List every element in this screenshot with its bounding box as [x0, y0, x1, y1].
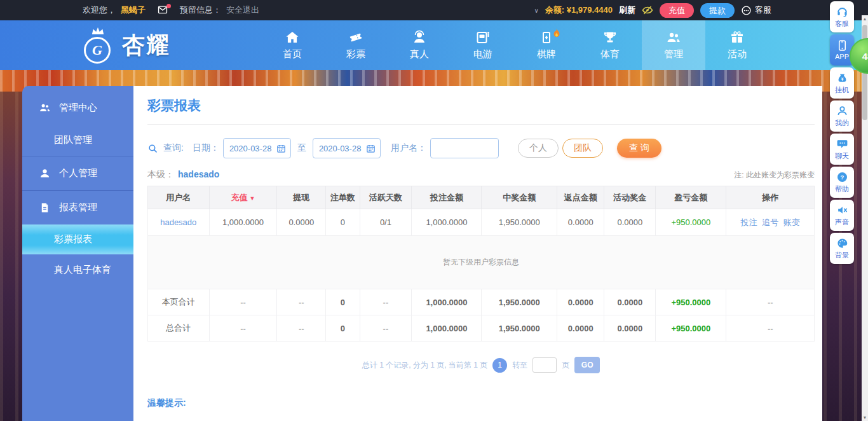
nav-item-management[interactable]: 管理 [642, 20, 705, 70]
svg-text:¥: ¥ [841, 76, 843, 81]
row-profit: +950.0000 [656, 209, 726, 236]
account-change-note: 注: 此处账变为彩票账变 [734, 170, 815, 181]
calendar-icon[interactable] [366, 144, 376, 153]
rail-sound-button[interactable]: 声音 [830, 200, 854, 231]
date-from-field[interactable] [223, 138, 291, 158]
calendar-icon[interactable] [276, 144, 286, 153]
date-to-input[interactable] [319, 144, 365, 153]
row-bet-count: 0 [326, 209, 360, 236]
col-profit: 盈亏金额 [656, 186, 726, 209]
page-title: 彩票报表 [147, 97, 815, 114]
nav-item-live[interactable]: 真人 [388, 20, 451, 70]
nav-item-home[interactable]: 首页 [261, 20, 324, 70]
refresh-link[interactable]: 刷新 [619, 4, 635, 16]
grand-total-label: 总合计 [148, 315, 210, 342]
user-icon [39, 167, 51, 179]
search-button[interactable]: 查 询 [617, 139, 661, 158]
rail-idle-button[interactable]: ¥ 挂机 [830, 67, 854, 99]
withdraw-button[interactable]: 提款 [700, 3, 735, 18]
trophy-icon [602, 30, 618, 45]
chat-icon [836, 138, 848, 150]
date-label: 日期： [193, 142, 219, 154]
report-icon [39, 202, 51, 214]
logout-link[interactable]: 安全退出 [226, 4, 259, 16]
goto-label: 转至 [512, 360, 527, 371]
col-bet-count: 注单数 [326, 186, 360, 209]
nav-item-cards[interactable]: 棋牌 [515, 20, 578, 70]
brand-logo[interactable]: G 杏耀 [81, 27, 231, 64]
row-win-amount: 1,950.0000 [482, 209, 557, 236]
palette-icon [836, 237, 848, 249]
nav-item-lottery[interactable]: 彩票 [324, 20, 388, 70]
crown-emblem-icon: G [81, 27, 114, 64]
balance-value: ¥1,979.4440 [567, 5, 613, 15]
eye-slash-icon[interactable] [642, 4, 653, 16]
chase-link[interactable]: 追号 [762, 217, 778, 227]
report-table: 用户名 充值▼ 提现 注单数 活跃天数 投注金额 中奖金额 返点金额 活动奖金 … [147, 186, 815, 342]
nav-item-egames[interactable]: 电游 [451, 20, 515, 70]
col-recharge-sorted[interactable]: 充值▼ [209, 186, 277, 209]
row-recharge: 1,000.0000 [209, 209, 277, 236]
balance-caret-icon[interactable]: ∨ [534, 7, 538, 14]
service-chat-icon[interactable]: 客服 [741, 4, 771, 16]
ticket-icon [348, 30, 363, 45]
row-username-link[interactable]: hadesado [160, 217, 196, 227]
balance-label: 余额: [545, 5, 564, 15]
sort-desc-icon[interactable]: ▼ [250, 195, 255, 202]
go-button[interactable]: GO [574, 357, 600, 373]
bet-link[interactable]: 投注 [741, 217, 757, 227]
personal-button[interactable]: 个人 [518, 139, 559, 158]
phone-icon [836, 39, 848, 52]
page-1-button[interactable]: 1 [492, 358, 507, 373]
rail-mine-button[interactable]: 我的 [830, 100, 854, 132]
sidebar-item-management-center[interactable]: 管理中心 [22, 91, 133, 125]
sidebar-item-live-esports[interactable]: 真人电子体育 [22, 254, 133, 286]
search-form: 查询: 日期： 至 用户名： 个人 团队 查 询 [147, 138, 815, 158]
rail-background-button[interactable]: 背景 [830, 233, 854, 264]
col-activity-bonus: 活动奖金 [604, 186, 656, 209]
row-bet-amount: 1,000.0000 [412, 209, 482, 236]
sidebar-item-lottery-report[interactable]: 彩票报表 [22, 224, 133, 254]
content-card: 彩票报表 查询: 日期： 至 用户名： 个人 团队 查 询 本级： hadesa… [133, 86, 822, 421]
slot-machine-icon [475, 30, 491, 45]
level-label: 本级： [147, 169, 174, 181]
scroll-down-arrow[interactable]: ▼ [862, 415, 868, 420]
title-divider [147, 124, 815, 125]
row-active-days: 0/1 [360, 209, 412, 236]
row-withdraw: 0.0000 [277, 209, 326, 236]
col-username: 用户名 [148, 186, 210, 209]
table-row: hadesado 1,000.0000 0.0000 0 0/1 1,000.0… [148, 209, 815, 236]
rail-help-button[interactable]: ? 帮助 [830, 167, 854, 198]
help-icon: ? [836, 171, 848, 183]
team-button[interactable]: 团队 [562, 139, 603, 158]
live-person-icon [412, 30, 427, 45]
users-icon [39, 102, 51, 114]
nav-item-sports[interactable]: 体育 [578, 20, 642, 70]
date-to-field[interactable] [313, 138, 381, 158]
rail-chat-button[interactable]: 聊天 [830, 134, 854, 165]
sidebar-item-report-management[interactable]: 报表管理 [22, 191, 133, 224]
headset-icon [836, 6, 848, 18]
date-from-input[interactable] [229, 144, 275, 153]
username-label: 用户名： [391, 142, 426, 154]
goto-page-input[interactable] [532, 357, 557, 373]
person-icon [836, 105, 848, 117]
scrollbar[interactable]: ▲ ▼ [862, 15, 868, 421]
gift-icon [729, 30, 745, 45]
service-label[interactable]: 客服 [755, 4, 771, 16]
sidebar-item-team-management[interactable]: 团队管理 [22, 125, 133, 156]
col-withdraw: 提现 [277, 186, 326, 209]
rail-service-button[interactable]: 客服 [830, 1, 854, 32]
level-username[interactable]: hadesado [178, 169, 219, 179]
username-input[interactable] [430, 138, 499, 158]
account-change-link[interactable]: 账变 [783, 217, 800, 227]
row-activity-bonus: 0.0000 [604, 209, 656, 236]
username[interactable]: 黑蝎子 [121, 4, 146, 16]
scroll-up-arrow[interactable]: ▲ [862, 17, 868, 21]
sidebar-item-personal-management[interactable]: 个人管理 [22, 156, 133, 190]
home-icon [285, 30, 300, 45]
mail-icon[interactable] [157, 6, 168, 15]
nav-item-activity[interactable]: 活动 [705, 20, 769, 70]
recharge-button[interactable]: 充值 [660, 3, 694, 18]
people-icon [666, 30, 681, 45]
